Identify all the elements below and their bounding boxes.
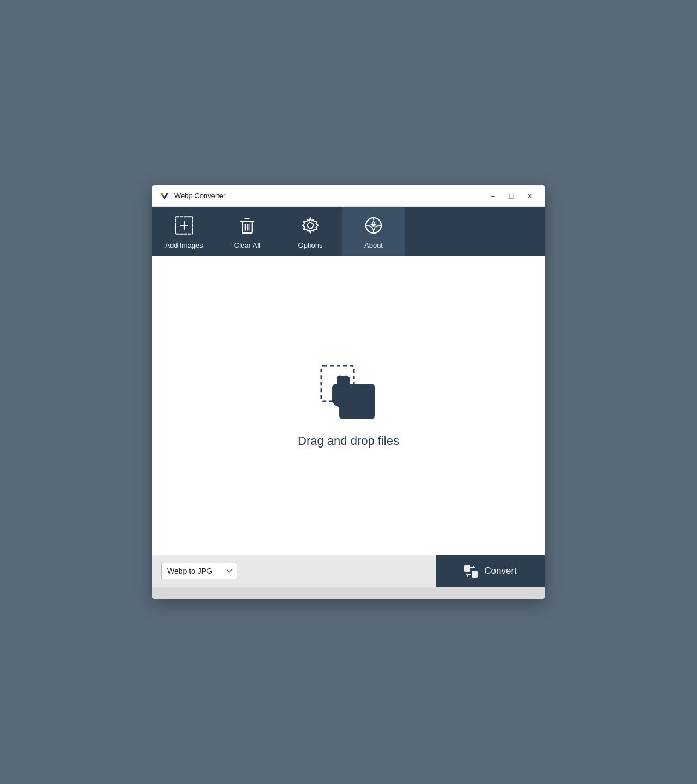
clear-all-button[interactable]: Clear All <box>216 207 279 256</box>
svg-point-11 <box>308 222 314 228</box>
svg-rect-22 <box>472 571 478 578</box>
about-button[interactable]: About <box>342 207 405 256</box>
toolbar: Add Images Clear All <box>152 207 545 256</box>
window-title: Webp Converter <box>174 192 485 200</box>
title-bar: Webp Converter − □ ✕ <box>152 185 545 207</box>
minimize-button[interactable]: − <box>485 189 501 203</box>
compass-icon <box>362 214 385 237</box>
convert-button[interactable]: Convert <box>436 555 545 587</box>
drop-area[interactable]: Drag and drop files <box>152 256 545 555</box>
add-images-label: Add Images <box>165 241 203 249</box>
window-controls: − □ ✕ <box>485 189 538 203</box>
clear-all-label: Clear All <box>234 241 260 249</box>
svg-rect-21 <box>464 565 470 572</box>
app-window: Webp Converter − □ ✕ Add Images <box>152 185 545 599</box>
app-logo <box>159 191 170 201</box>
gear-icon <box>299 214 322 237</box>
add-images-button[interactable]: Add Images <box>152 207 216 256</box>
add-images-icon <box>173 214 195 237</box>
bottom-bar: Webp to JPG Webp to PNG Webp to BMP Webp… <box>152 555 545 587</box>
drag-drop-icon <box>319 363 378 423</box>
convert-icon <box>463 564 479 579</box>
status-bar <box>152 587 545 599</box>
trash-icon <box>236 214 259 237</box>
options-button[interactable]: Options <box>279 207 342 256</box>
svg-point-13 <box>372 224 375 226</box>
convert-label: Convert <box>484 566 517 577</box>
close-button[interactable]: ✕ <box>522 189 538 203</box>
maximize-button[interactable]: □ <box>503 189 519 203</box>
options-label: Options <box>298 241 323 249</box>
about-label: About <box>364 241 383 249</box>
format-select[interactable]: Webp to JPG Webp to PNG Webp to BMP Webp… <box>161 563 237 579</box>
drop-text: Drag and drop files <box>298 434 399 448</box>
format-select-wrapper: Webp to JPG Webp to PNG Webp to BMP Webp… <box>152 563 436 579</box>
